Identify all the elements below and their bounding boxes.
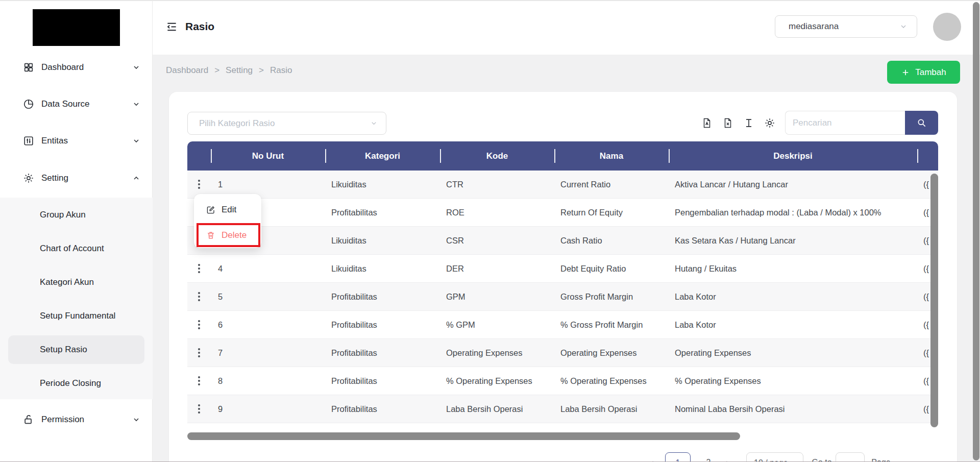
table-row: 9 Profitabilitas Laba Bersih Operasi Lab… [187, 395, 938, 423]
cell-kode: Operating Expenses [440, 339, 554, 367]
row-kebab-icon[interactable] [195, 177, 203, 192]
sidebar-item-data-source[interactable]: Data Source [23, 92, 140, 116]
context-menu-delete[interactable]: Delete [194, 224, 261, 247]
search-input[interactable] [785, 111, 905, 135]
text-height-icon[interactable] [743, 117, 754, 129]
chevron-down-icon [370, 119, 378, 127]
cell-nama: Operating Expenses [554, 339, 669, 367]
cell-no: 9 [211, 395, 325, 423]
cell-kategori: Profitabilitas [325, 367, 440, 395]
cell-nama: Current Ratio [554, 171, 669, 198]
table-row: 3 Likuiditas CSR Cash Ratio Kas Setara K… [187, 227, 938, 255]
sidebar-item-setup-fundamental[interactable]: Setup Fundamental [0, 302, 153, 330]
context-menu-edit[interactable]: Edit [194, 198, 261, 222]
rasio-card: Pilih Kategori Rasio [169, 92, 957, 462]
cell-kode: DER [440, 255, 554, 282]
cell-kode: CTR [440, 171, 554, 198]
sidebar-item-entitas[interactable]: Entitas [23, 129, 140, 153]
tenant-select-value: mediasarana [789, 21, 839, 32]
cell-kategori: Likuiditas [325, 255, 440, 282]
sidebar-item-label: Permission [41, 415, 84, 425]
sidebar-item-kategori-akun[interactable]: Kategori Akun [0, 268, 153, 297]
export-excel-icon[interactable] [722, 117, 733, 129]
sidebar-item-group-akun[interactable]: Group Akun [0, 201, 153, 229]
cell-no: 8 [211, 367, 325, 395]
tambah-button[interactable]: Tambah [887, 61, 960, 84]
col-kategori: Kategori [325, 141, 440, 171]
col-kode: Kode [440, 141, 554, 171]
row-context-menu: Edit Delete [194, 194, 261, 248]
rasio-table: No Urut Kategori Kode Nama Deskripsi 1 L… [187, 141, 938, 423]
cell-nama: Gross Profit Margin [554, 283, 669, 310]
trash-icon [206, 231, 215, 240]
row-kebab-icon[interactable] [195, 317, 203, 332]
tambah-button-label: Tambah [915, 67, 946, 78]
chevron-down-icon [132, 416, 140, 424]
edit-icon [206, 205, 215, 214]
chevron-down-icon [132, 63, 140, 71]
cell-deskripsi: Nominal Laba Bersih Operasi [669, 395, 917, 423]
cell-kategori: Profitabilitas [325, 199, 440, 226]
cell-deskripsi: Hutang / Ekuitas [669, 255, 917, 282]
pagination-page-2[interactable]: 2 [701, 452, 716, 462]
cell-no: 7 [211, 339, 325, 367]
breadcrumb-setting[interactable]: Setting [226, 65, 253, 76]
menu-fold-icon[interactable] [166, 21, 178, 33]
app-logo [33, 9, 120, 46]
sidebar-item-chart-of-account[interactable]: Chart of Account [0, 234, 153, 263]
sliders-icon [23, 135, 34, 147]
table-row: 7 Profitabilitas Operating Expenses Oper… [187, 339, 938, 367]
table-vertical-scrollbar[interactable] [930, 174, 938, 427]
row-kebab-icon[interactable] [195, 289, 203, 304]
setting-submenu: Group Akun Chart of Account Kategori Aku… [0, 198, 153, 399]
row-kebab-icon[interactable] [195, 261, 203, 276]
table-horizontal-scrollbar[interactable] [187, 432, 740, 440]
row-kebab-icon[interactable] [195, 373, 203, 388]
cell-nama: Return Of Equity [554, 199, 669, 226]
sidebar-item-setting[interactable]: Setting [23, 166, 140, 190]
search-icon [917, 118, 926, 128]
pagination-next-icon[interactable]: › [721, 452, 733, 462]
sidebar-item-permission[interactable]: Permission [23, 407, 140, 432]
pagination-page-1[interactable]: 1 [665, 452, 691, 462]
tenant-select[interactable]: mediasarana [775, 15, 917, 38]
sidebar: Dashboard Data Source Entitas Setting [0, 1, 153, 462]
breadcrumb-dashboard[interactable]: Dashboard [166, 65, 208, 76]
table-settings-icon[interactable] [764, 117, 775, 129]
breadcrumb-separator: > [259, 65, 264, 76]
cell-kode: % GPM [440, 311, 554, 338]
breadcrumb-rasio: Rasio [270, 65, 292, 76]
sidebar-item-label: Setting [41, 173, 68, 183]
col-no-urut: No Urut [211, 141, 325, 171]
pagination-goto-input[interactable] [836, 452, 865, 462]
export-pdf-icon[interactable] [701, 117, 713, 129]
sidebar-item-label: Dashboard [41, 62, 84, 72]
cell-no: 4 [211, 255, 325, 282]
chevron-down-icon [132, 137, 140, 145]
sidebar-item-setup-rasio[interactable]: Setup Rasio [0, 335, 153, 364]
row-kebab-icon[interactable] [195, 345, 203, 360]
cell-deskripsi: % Operating Expenses [669, 367, 917, 395]
cell-deskripsi: Laba Kotor [669, 311, 917, 338]
sidebar-item-periode-closing[interactable]: Periode Closing [0, 369, 153, 398]
search-button[interactable] [905, 111, 938, 135]
kategori-rasio-select[interactable]: Pilih Kategori Rasio [187, 112, 386, 135]
pagination-page-size-select[interactable]: 10 / page [746, 452, 803, 462]
col-nama: Nama [554, 141, 669, 171]
cell-no: 5 [211, 283, 325, 310]
pagination-prev-icon[interactable]: ‹ [646, 452, 658, 462]
sidebar-item-label: Entitas [41, 136, 68, 146]
search-group [785, 111, 938, 135]
cell-kategori: Profitabilitas [325, 339, 440, 367]
avatar[interactable] [933, 13, 961, 41]
plus-icon [901, 68, 910, 77]
cell-kode: ROE [440, 199, 554, 226]
topbar: Rasio mediasarana [153, 1, 980, 55]
row-kebab-icon[interactable] [195, 401, 203, 417]
page-scrollbar[interactable] [973, 2, 979, 460]
pagination: ‹ 1 2 › 10 / page Go to Page [169, 452, 957, 462]
page-title: Rasio [185, 20, 214, 33]
kategori-select-placeholder: Pilih Kategori Rasio [199, 118, 275, 129]
sidebar-item-dashboard[interactable]: Dashboard [23, 55, 140, 80]
pagination-page-label: Page [869, 452, 893, 462]
